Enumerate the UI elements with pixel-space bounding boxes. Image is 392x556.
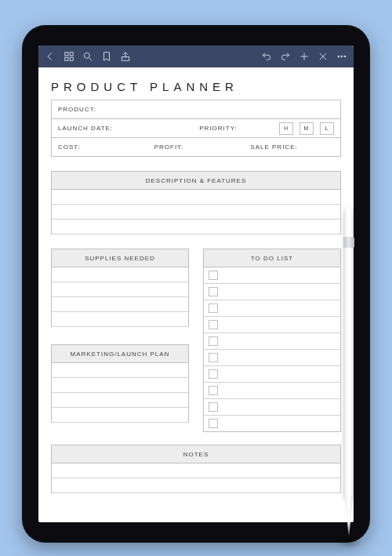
grid-icon[interactable] bbox=[64, 51, 74, 62]
label-cost: COST: bbox=[52, 138, 148, 156]
priority-options: H M L bbox=[279, 122, 340, 135]
checkbox-icon[interactable] bbox=[209, 402, 218, 412]
todo-row[interactable] bbox=[204, 267, 340, 284]
svg-rect-1 bbox=[70, 53, 73, 56]
svg-rect-2 bbox=[65, 57, 68, 60]
svg-rect-3 bbox=[70, 57, 73, 60]
toolbar-right-group bbox=[261, 51, 347, 62]
svg-point-4 bbox=[84, 53, 89, 58]
priority-h-button[interactable]: H bbox=[279, 122, 293, 135]
checkbox-icon[interactable] bbox=[209, 271, 218, 280]
checkbox-icon[interactable] bbox=[209, 287, 218, 296]
svg-line-5 bbox=[89, 58, 93, 61]
priority-m-button[interactable]: M bbox=[299, 122, 314, 135]
todo-row[interactable] bbox=[204, 350, 340, 366]
apple-pencil bbox=[339, 207, 358, 544]
back-icon[interactable] bbox=[45, 51, 56, 62]
label-priority: PRIORITY: bbox=[193, 119, 279, 137]
section-todo: TO DO LIST bbox=[203, 249, 341, 432]
col-left: SUPPLIES NEEDED MARKETING/LAUNCH PLAN bbox=[51, 249, 189, 432]
ipad-frame: PRODUCT PLANNER PRODUCT: LAUNCH DATE: PR… bbox=[22, 25, 370, 543]
priority-l-button[interactable]: L bbox=[320, 122, 334, 135]
svg-point-11 bbox=[338, 56, 339, 57]
description-lines[interactable] bbox=[51, 190, 341, 234]
checkbox-icon[interactable] bbox=[209, 320, 218, 329]
toolbar-left-group bbox=[45, 51, 131, 62]
header-launch: MARKETING/LAUNCH PLAN bbox=[51, 344, 189, 363]
section-launch: MARKETING/LAUNCH PLAN bbox=[51, 344, 189, 423]
undo-icon[interactable] bbox=[261, 51, 272, 62]
checkbox-icon[interactable] bbox=[209, 303, 218, 313]
label-profit: PROFIT: bbox=[148, 138, 245, 156]
app-toolbar bbox=[38, 45, 354, 67]
todo-row[interactable] bbox=[204, 284, 340, 300]
label-launch-date: LAUNCH DATE: bbox=[52, 119, 193, 137]
header-notes: NOTES bbox=[51, 445, 341, 463]
svg-point-13 bbox=[344, 56, 346, 57]
notes-lines[interactable] bbox=[51, 463, 341, 493]
two-column-wrap: SUPPLIES NEEDED MARKETING/LAUNCH PLAN TO… bbox=[51, 249, 341, 432]
todo-row[interactable] bbox=[204, 416, 340, 431]
header-todo: TO DO LIST bbox=[203, 249, 341, 267]
checkbox-icon[interactable] bbox=[209, 419, 218, 428]
info-row-cost: COST: PROFIT: SALE PRICE: bbox=[52, 138, 340, 156]
bookmark-icon[interactable] bbox=[101, 51, 112, 62]
section-notes: NOTES bbox=[51, 445, 341, 493]
add-icon[interactable] bbox=[299, 51, 310, 62]
supplies-lines[interactable] bbox=[51, 267, 189, 327]
header-supplies: SUPPLIES NEEDED bbox=[51, 249, 189, 267]
todo-row[interactable] bbox=[204, 366, 340, 383]
info-row-launch: LAUNCH DATE: PRIORITY: H M L bbox=[52, 119, 340, 138]
info-panel: PRODUCT: LAUNCH DATE: PRIORITY: H M L CO… bbox=[51, 100, 341, 157]
section-supplies: SUPPLIES NEEDED bbox=[51, 249, 189, 327]
share-icon[interactable] bbox=[120, 51, 131, 62]
more-icon[interactable] bbox=[336, 51, 347, 62]
ipad-screen: PRODUCT PLANNER PRODUCT: LAUNCH DATE: PR… bbox=[38, 45, 354, 522]
todo-row[interactable] bbox=[204, 317, 340, 333]
todo-row[interactable] bbox=[204, 399, 340, 416]
header-description: DESCRIPTION & FEATURES bbox=[51, 171, 341, 190]
svg-rect-0 bbox=[65, 53, 68, 56]
search-icon[interactable] bbox=[82, 51, 93, 62]
checkbox-icon[interactable] bbox=[209, 386, 218, 395]
close-icon[interactable] bbox=[318, 51, 328, 62]
label-product: PRODUCT: bbox=[52, 100, 340, 118]
label-sale-price: SALE PRICE: bbox=[244, 138, 340, 156]
page-title: PRODUCT PLANNER bbox=[51, 80, 341, 93]
todo-row[interactable] bbox=[204, 300, 340, 317]
todo-list bbox=[203, 267, 341, 432]
todo-row[interactable] bbox=[204, 383, 340, 399]
checkbox-icon[interactable] bbox=[209, 369, 218, 379]
svg-point-12 bbox=[341, 56, 343, 57]
launch-lines[interactable] bbox=[51, 363, 189, 423]
checkbox-icon[interactable] bbox=[209, 353, 218, 362]
planner-page: PRODUCT PLANNER PRODUCT: LAUNCH DATE: PR… bbox=[38, 67, 354, 522]
redo-icon[interactable] bbox=[280, 51, 291, 62]
info-row-product: PRODUCT: bbox=[52, 100, 340, 119]
checkbox-icon[interactable] bbox=[209, 336, 218, 346]
section-description: DESCRIPTION & FEATURES bbox=[51, 171, 341, 234]
todo-row[interactable] bbox=[204, 333, 340, 350]
